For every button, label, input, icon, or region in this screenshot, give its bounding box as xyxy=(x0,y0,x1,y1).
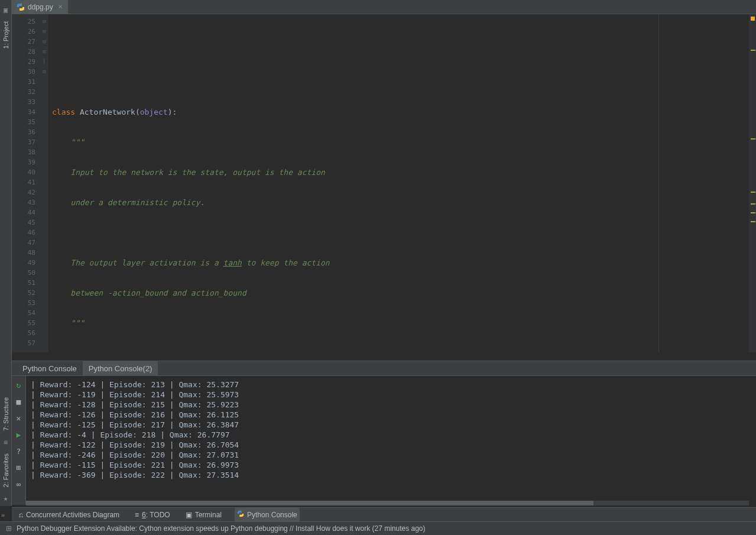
terminal-icon: ▣ xyxy=(186,511,192,519)
rerun-button[interactable]: ↻ xyxy=(14,380,24,390)
tab-python-console-2[interactable]: Python Console(2) xyxy=(83,361,158,376)
close-tab-icon[interactable]: ✕ xyxy=(58,4,63,10)
console-scrollbar[interactable] xyxy=(26,501,749,505)
folder-icon: ▣ xyxy=(4,6,8,14)
status-message[interactable]: Python Debugger Extension Available: Cyt… xyxy=(17,524,426,533)
warning-indicator-icon xyxy=(751,17,755,21)
help-button[interactable]: ? xyxy=(14,446,24,456)
favorites-tool-window[interactable]: 2: Favorites xyxy=(2,450,9,491)
variables-button[interactable]: ⊞ xyxy=(14,462,24,473)
editor-tab-label: ddpg.py xyxy=(28,3,53,11)
console-toolbar: ↻ ■ ✕ ▶ ? ⊞ ∞ xyxy=(12,376,26,505)
project-tool-window[interactable]: 1: Project xyxy=(2,18,9,52)
expand-icon[interactable]: » xyxy=(1,511,5,518)
status-bar: ⊞ Python Debugger Extension Available: C… xyxy=(0,521,756,535)
todo-button[interactable]: ≡ 6: TODO xyxy=(132,508,173,522)
bottom-toolbar: ⎌ Concurrent Activities Diagram ≡ 6: TOD… xyxy=(12,507,756,521)
settings-button[interactable]: ∞ xyxy=(14,479,24,489)
python-icon xyxy=(237,510,244,519)
structure-icon: ≡ xyxy=(4,438,8,446)
scrollbar-thumb[interactable] xyxy=(26,501,593,505)
fold-gutter: ⊟⊟⊟⊟│⊟ xyxy=(40,14,48,352)
right-margin-line xyxy=(658,14,659,352)
line-gutter: 2526272829303132333435363738394041424344… xyxy=(12,14,40,352)
event-log-icon[interactable]: ⊞ xyxy=(6,524,12,533)
console-output[interactable]: | Reward: -124 | Episode: 213 | Qmax: 25… xyxy=(26,376,749,505)
star-icon: ★ xyxy=(4,494,8,502)
console-tabbar: Python Console Python Console(2) xyxy=(12,361,756,376)
python-file-icon xyxy=(17,3,25,11)
close-button[interactable]: ✕ xyxy=(14,413,24,423)
terminal-button[interactable]: ▣ Terminal xyxy=(183,508,224,522)
stop-button[interactable]: ■ xyxy=(14,396,24,407)
code-pane[interactable]: class ActorNetwork(object): """ Input to… xyxy=(48,14,749,352)
error-stripe[interactable] xyxy=(749,14,756,352)
tab-python-console-1[interactable]: Python Console xyxy=(17,361,83,376)
execute-button[interactable]: ▶ xyxy=(14,429,24,440)
structure-tool-window[interactable]: 7: Structure xyxy=(2,394,9,435)
diagram-icon: ⎌ xyxy=(19,511,23,519)
editor-area: 2526272829303132333435363738394041424344… xyxy=(12,14,756,352)
list-icon: ≡ xyxy=(135,511,139,519)
editor-tab-ddpg[interactable]: ddpg.py ✕ xyxy=(12,0,68,14)
concurrent-activities-button[interactable]: ⎌ Concurrent Activities Diagram xyxy=(17,508,122,522)
left-sidebar: ▣ 1: Project 7: Structure ≡ 2: Favorites… xyxy=(0,0,12,506)
editor-tabbar: ddpg.py ✕ xyxy=(12,0,756,14)
python-console-button[interactable]: Python Console xyxy=(235,508,300,522)
